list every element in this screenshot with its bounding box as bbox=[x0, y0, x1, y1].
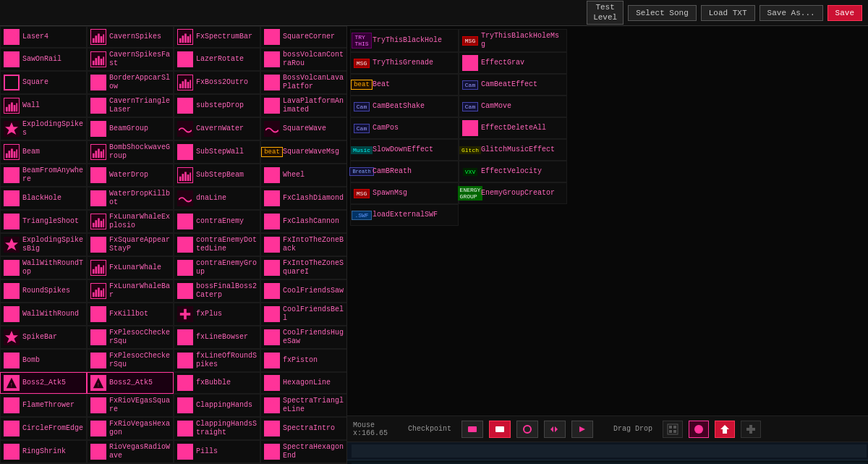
list-item[interactable]: CoolFriendsBell bbox=[260, 303, 347, 326]
list-item[interactable]: FxClashDiamond bbox=[260, 187, 347, 210]
list-item[interactable]: WaterDropKillbot bbox=[87, 187, 174, 210]
list-item[interactable]: CoolFriendsHugeSaw bbox=[260, 326, 347, 349]
list-item[interactable]: SquareWave bbox=[260, 117, 347, 140]
list-item[interactable]: SquareCorner bbox=[260, 26, 347, 48]
list-item[interactable]: contraEnemyGroup bbox=[174, 256, 260, 279]
list-item[interactable]: Wall bbox=[0, 94, 87, 117]
list-item[interactable]: fxLineOfRoundSpikes bbox=[174, 349, 260, 372]
list-item[interactable]: Pills bbox=[174, 440, 260, 463]
list-item[interactable]: LavaPlatformAnimated bbox=[260, 94, 347, 117]
save-as-button[interactable]: Save As... bbox=[760, 5, 823, 21]
list-item[interactable]: CamCamBeatShake bbox=[350, 96, 459, 117]
list-item[interactable]: SubStepBeam bbox=[174, 164, 260, 187]
list-item[interactable]: FxPlesocCheckerSqu bbox=[87, 326, 174, 349]
list-item[interactable]: dnaLine bbox=[174, 187, 260, 210]
list-item[interactable]: FxClashCannon bbox=[260, 210, 347, 233]
list-item[interactable]: MSGTryThisBlackHoleMsg bbox=[459, 29, 567, 52]
list-item[interactable]: SpectraIntro bbox=[260, 417, 347, 440]
checkpoint-btn2[interactable] bbox=[489, 421, 511, 438]
list-item[interactable]: fxPlus bbox=[174, 303, 260, 326]
list-item[interactable]: CamCamBeatEffect bbox=[459, 74, 567, 96]
list-item[interactable]: CavernSpikesFast bbox=[87, 48, 174, 71]
save-button[interactable]: Save bbox=[827, 5, 862, 21]
list-item[interactable]: ClappingHandsStraight bbox=[174, 417, 260, 440]
list-item[interactable]: FxSquareAppearStayP bbox=[87, 233, 174, 256]
list-item[interactable]: CavernWater bbox=[174, 117, 260, 140]
list-item[interactable]: Wheel bbox=[260, 164, 347, 187]
list-item[interactable]: TriangleShoot bbox=[0, 210, 87, 233]
list-item[interactable]: FxKillbot bbox=[87, 303, 174, 326]
select-song-button[interactable]: Select Song bbox=[628, 5, 697, 21]
list-item[interactable]: FxRioVegasHexagon bbox=[87, 417, 174, 440]
list-item[interactable]: FxBoss2Outro bbox=[174, 71, 260, 94]
list-item[interactable]: FxSpectrumBar bbox=[174, 26, 260, 48]
list-item[interactable]: FxPlesocCheckerSqu bbox=[87, 349, 174, 372]
list-item[interactable]: FxLunarWhaleExplosio bbox=[87, 210, 174, 233]
list-item[interactable]: bossVolcanContraRou bbox=[260, 48, 347, 71]
list-item[interactable]: FlameThrower bbox=[0, 394, 87, 417]
list-item[interactable]: MSGTryThisGrenade bbox=[350, 52, 459, 74]
list-item[interactable]: CavernTriangleLaser bbox=[87, 94, 174, 117]
dd-btn1[interactable] bbox=[663, 421, 683, 438]
list-item[interactable]: !Boss2_Atk5 bbox=[87, 372, 174, 394]
list-item[interactable]: bossFinalBoss2Caterp bbox=[174, 279, 260, 303]
test-level-button[interactable]: Test Level bbox=[587, 1, 624, 24]
list-item[interactable]: ExplodingSpikes bbox=[0, 117, 87, 140]
list-item[interactable]: SubStepWall bbox=[174, 140, 260, 164]
list-item[interactable]: beatSquareWaveMsg bbox=[260, 140, 347, 164]
list-item[interactable]: SpectraHexagonEnd bbox=[260, 440, 347, 463]
list-item[interactable]: CoolFriendsSaw bbox=[260, 279, 347, 303]
list-item[interactable]: fxLineBowser bbox=[174, 326, 260, 349]
list-item[interactable]: EffectDeleteAll bbox=[459, 117, 567, 139]
list-item[interactable]: GltchGlitchMusicEffect bbox=[459, 139, 567, 161]
list-item[interactable]: CamCamPos bbox=[350, 117, 459, 139]
list-item[interactable]: MusicSlowDownEffect bbox=[350, 139, 459, 161]
list-item[interactable]: SpectraTriangleLine bbox=[260, 394, 347, 417]
list-item[interactable]: WallWithRoundTop bbox=[0, 256, 87, 279]
list-item[interactable]: ENERGY GROUPEnemyGroupCreator bbox=[459, 182, 567, 204]
list-item[interactable]: CircleFromEdge bbox=[0, 417, 87, 440]
list-item[interactable]: BorderAppcarSlow bbox=[87, 71, 174, 94]
list-item[interactable]: SpikeBar bbox=[0, 326, 87, 349]
checkpoint-btn3[interactable] bbox=[516, 421, 538, 438]
list-item[interactable]: Square bbox=[0, 71, 87, 94]
list-item[interactable]: Beam bbox=[0, 140, 87, 164]
list-item[interactable]: FxLunarWhale bbox=[87, 256, 174, 279]
list-item[interactable]: WallWithRound bbox=[0, 303, 87, 326]
list-item[interactable]: FxRioVEgasSquare bbox=[87, 394, 174, 417]
checkpoint-btn1[interactable] bbox=[461, 421, 483, 438]
list-item[interactable]: fxBubble bbox=[174, 372, 260, 394]
dd-btn4[interactable] bbox=[741, 421, 761, 438]
list-item[interactable]: WaterDrop bbox=[87, 164, 174, 187]
list-item[interactable]: fxPiston bbox=[260, 349, 347, 372]
list-item[interactable]: ExplodingSpikesBig bbox=[0, 233, 87, 256]
list-item[interactable]: BreathCamBReath bbox=[350, 161, 459, 182]
list-item[interactable]: ClappingHands bbox=[174, 394, 260, 417]
list-item[interactable]: RioVegasRadioWave bbox=[87, 440, 174, 463]
list-item[interactable]: RingShrink bbox=[0, 440, 87, 463]
list-item[interactable]: Bomb bbox=[0, 349, 87, 372]
list-item[interactable]: BeamFromAnywhere bbox=[0, 164, 87, 187]
list-item[interactable]: BeamGroup bbox=[87, 117, 174, 140]
list-item[interactable]: CavernSpikes bbox=[87, 26, 174, 48]
list-item[interactable]: .SWFloadExternalSWF bbox=[350, 204, 459, 226]
list-item[interactable]: SawOnRail bbox=[0, 48, 87, 71]
list-item[interactable]: TRY THISTryThisBlackHole bbox=[350, 29, 459, 52]
checkpoint-btn4[interactable] bbox=[544, 421, 566, 438]
list-item[interactable]: FxIntoTheZoneBack bbox=[260, 233, 347, 256]
list-item[interactable]: contraEnemy bbox=[174, 210, 260, 233]
checkpoint-btn5[interactable] bbox=[571, 421, 593, 438]
list-item[interactable]: RoundSpikes bbox=[0, 279, 87, 303]
list-item[interactable]: substepDrop bbox=[174, 94, 260, 117]
list-item[interactable]: LazerRotate bbox=[174, 48, 260, 71]
list-item[interactable]: CamCamMove bbox=[459, 96, 567, 117]
list-item[interactable]: BombShockwaveGroup bbox=[87, 140, 174, 164]
list-item[interactable]: FxLunarWhaleBar bbox=[87, 279, 174, 303]
list-item[interactable]: EffectGrav bbox=[459, 52, 567, 74]
list-item[interactable]: BossVolcanLavaPlatfor bbox=[260, 71, 347, 94]
list-item[interactable]: MSGSpawnMsg bbox=[350, 182, 459, 204]
dd-btn2[interactable] bbox=[689, 421, 709, 438]
dd-btn3[interactable] bbox=[715, 421, 735, 438]
list-item[interactable]: !Boss2_Atk5 bbox=[0, 372, 87, 394]
list-item[interactable]: Laser4 bbox=[0, 26, 87, 48]
